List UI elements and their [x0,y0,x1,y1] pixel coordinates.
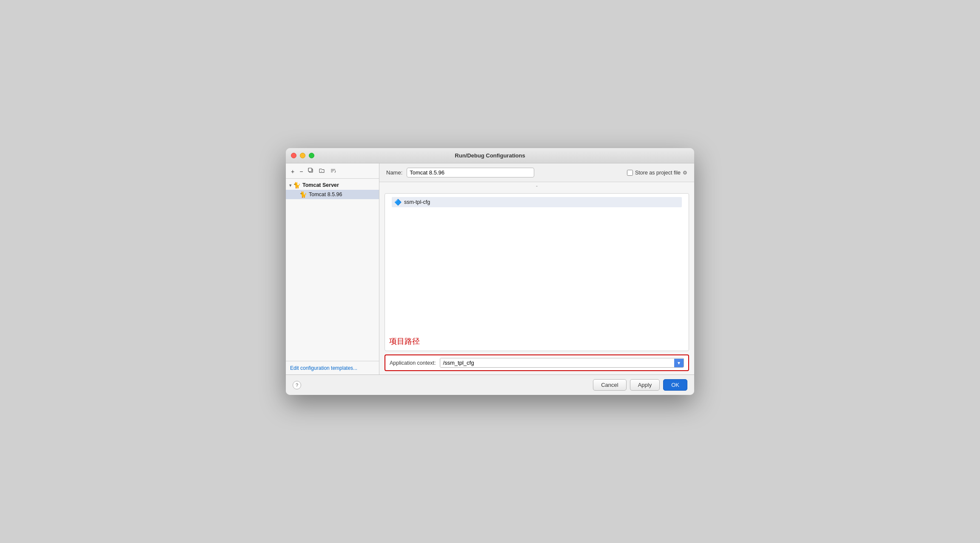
application-context-area: Application context: ▾ [385,354,689,371]
help-button[interactable]: ? [293,381,301,389]
sidebar-footer: Edit configuration templates... [286,361,379,374]
cancel-button[interactable]: Cancel [593,379,626,391]
close-button[interactable] [291,153,296,158]
apply-button[interactable]: Apply [630,379,660,391]
expand-arrow-icon: ▾ [289,183,291,188]
separator-line: - [379,182,694,190]
sidebar: + − + [286,163,379,374]
deployment-item-icon: 🔷 [394,199,402,206]
add-config-button[interactable]: + [289,167,296,176]
remove-config-button[interactable]: − [298,167,305,176]
tomcat-config-label: Tomcat 8.5.96 [309,191,342,197]
sort-button[interactable] [328,167,338,176]
gear-icon[interactable]: ⚙ [683,170,687,176]
new-folder-button[interactable]: + [317,167,327,176]
app-context-input-wrap: ▾ [440,358,684,368]
tomcat-server-group-header[interactable]: ▾ 🐈 Tomcat Server [286,180,379,190]
app-context-input[interactable] [440,358,674,367]
ok-button[interactable]: OK [663,379,687,391]
store-project-label: Store as project file [635,170,681,176]
maximize-button[interactable] [309,153,314,158]
window-controls [291,153,314,158]
copy-config-button[interactable] [306,167,316,176]
window-title: Run/Debug Configurations [455,152,525,159]
main-content: + − + [286,163,694,374]
edit-templates-link[interactable]: Edit configuration templates... [290,365,357,371]
project-path-label: 项目路径 [389,336,420,346]
svg-rect-1 [308,168,312,171]
sidebar-toolbar: + − + [286,165,379,179]
name-label: Name: [386,169,402,176]
tomcat-server-group: ▾ 🐈 Tomcat Server 🐈 Tomcat 8.5.96 [286,180,379,199]
store-project-checkbox[interactable] [627,170,633,176]
title-bar: Run/Debug Configurations [286,148,694,163]
sidebar-tree: ▾ 🐈 Tomcat Server 🐈 Tomcat 8.5.96 [286,179,379,361]
name-input[interactable] [407,168,534,177]
tomcat-server-group-label: Tomcat Server [302,182,339,188]
sort-icon [330,168,336,174]
copy-icon [308,168,314,174]
deployment-item-label: ssm-tpl-cfg [404,199,430,205]
tomcat-config-item[interactable]: 🐈 Tomcat 8.5.96 [286,190,379,199]
detail-panel: Name: Store as project file ⚙ - 🔷 ssm-tp… [379,163,694,374]
run-debug-configurations-window: Run/Debug Configurations + − + [286,148,694,395]
svg-text:+: + [321,170,323,172]
tomcat-item-icon: 🐈 [299,191,307,198]
tomcat-server-icon: 🐈 [293,182,300,189]
app-context-dropdown-button[interactable]: ▾ [674,359,684,367]
bottom-bar: ? Cancel Apply OK [286,374,694,395]
deployment-body: 🔷 ssm-tpl-cfg 项目路径 [385,193,689,351]
app-context-label: Application context: [390,360,436,366]
detail-header: Name: Store as project file ⚙ [379,163,694,182]
minimize-button[interactable] [300,153,305,158]
store-project-area: Store as project file ⚙ [627,170,687,176]
folder-icon: + [319,168,325,174]
deployment-item-row[interactable]: 🔷 ssm-tpl-cfg [392,197,682,207]
